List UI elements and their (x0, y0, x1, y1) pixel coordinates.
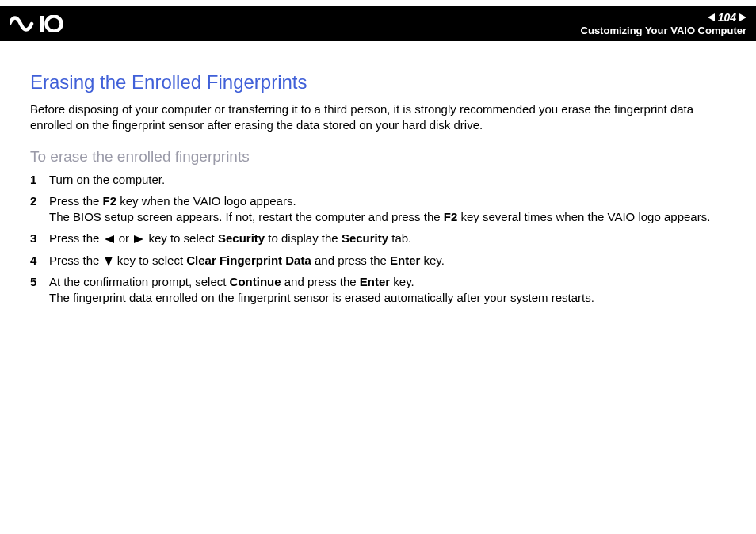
step-2: 2 Press the F2 key when the VAIO logo ap… (30, 193, 726, 226)
page-number: 104 (718, 11, 736, 24)
step-body: At the confirmation prompt, select Conti… (49, 274, 726, 307)
prev-page-icon[interactable] (708, 13, 715, 21)
down-arrow-icon (105, 257, 113, 266)
vaio-logo (10, 14, 87, 33)
step-3: 3 Press the or key to select Security to… (30, 231, 726, 246)
step-body: Press the key to select Clear Fingerprin… (49, 253, 726, 269)
step-number: 1 (30, 172, 49, 188)
intro-paragraph: Before disposing of your computer or tra… (30, 101, 726, 134)
content-area: Erasing the Enrolled Fingerprints Before… (0, 41, 756, 327)
header-bar: 104 Customizing Your VAIO Computer (0, 6, 756, 41)
step-body: Press the or key to select Security to d… (49, 231, 726, 246)
step-number: 3 (30, 231, 49, 246)
step-1: 1 Turn on the computer. (30, 172, 726, 188)
left-arrow-icon (105, 235, 114, 243)
main-heading: Erasing the Enrolled Fingerprints (30, 71, 726, 93)
svg-rect-0 (40, 16, 44, 32)
step-number: 2 (30, 193, 49, 209)
page-nav: 104 (708, 11, 746, 24)
sub-heading: To erase the enrolled fingerprints (30, 148, 726, 166)
steps-list: 1 Turn on the computer. 2 Press the F2 k… (30, 172, 726, 307)
step-body: Press the F2 key when the VAIO logo appe… (49, 193, 726, 226)
svg-point-1 (47, 17, 62, 32)
right-arrow-icon (134, 235, 143, 243)
header-right: 104 Customizing Your VAIO Computer (581, 11, 746, 36)
step-body: Turn on the computer. (49, 172, 726, 188)
step-number: 5 (30, 274, 49, 290)
breadcrumb: Customizing Your VAIO Computer (581, 25, 746, 36)
step-4: 4 Press the key to select Clear Fingerpr… (30, 253, 726, 269)
next-page-icon[interactable] (739, 13, 746, 21)
vaio-logo-svg (10, 15, 87, 32)
step-5: 5 At the confirmation prompt, select Con… (30, 274, 726, 307)
step-number: 4 (30, 253, 49, 269)
